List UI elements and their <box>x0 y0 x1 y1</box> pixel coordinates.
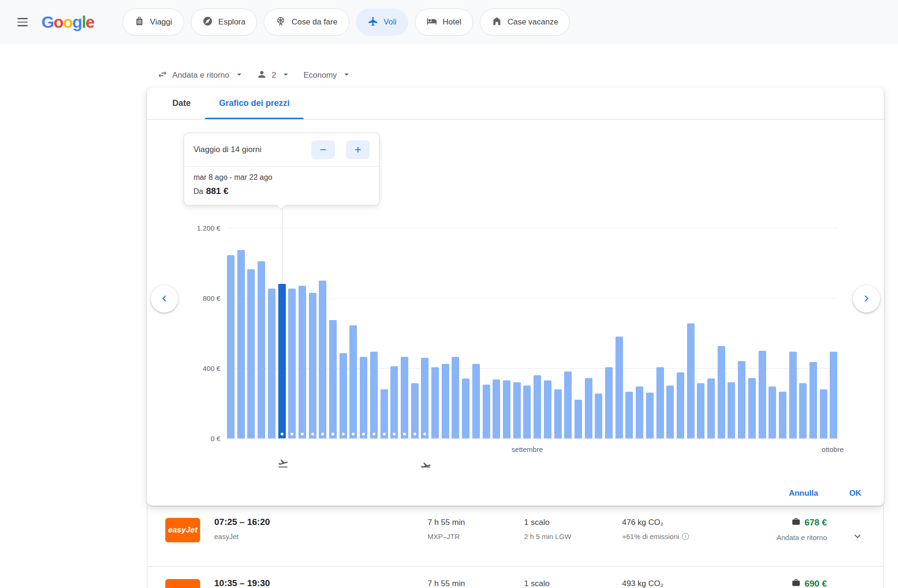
nav-pill-label: Viaggi <box>150 17 172 27</box>
travel-nav: Viaggi Esplora Cose da fare Voli Hotel C… <box>122 8 570 36</box>
price-bar[interactable] <box>349 325 357 438</box>
google-logo[interactable]: Google <box>41 13 94 32</box>
price-bar[interactable] <box>789 352 797 438</box>
chevron-down-icon <box>341 69 352 82</box>
price-bar[interactable] <box>523 386 531 438</box>
price-bar[interactable] <box>452 357 459 438</box>
price-bar[interactable] <box>360 357 367 438</box>
hamburger-menu-icon[interactable] <box>11 11 34 33</box>
nav-pill-hotel[interactable]: Hotel <box>415 8 473 36</box>
price-bar[interactable] <box>534 375 541 438</box>
price-bar[interactable] <box>625 392 633 438</box>
baggage-icon <box>792 578 801 588</box>
price-bar[interactable] <box>462 379 469 438</box>
price-bar[interactable] <box>769 387 776 438</box>
price-bar[interactable] <box>799 383 807 438</box>
nav-pill-label: Voli <box>384 17 396 27</box>
price-bar[interactable] <box>748 378 756 439</box>
price-bar[interactable] <box>605 367 613 438</box>
price-bar[interactable] <box>656 367 664 438</box>
price-bar[interactable] <box>370 352 378 438</box>
price-bar[interactable] <box>544 380 551 438</box>
price-bar[interactable] <box>809 362 817 438</box>
next-dates-button[interactable] <box>853 285 880 313</box>
price-prefix: Da <box>194 187 203 195</box>
price-bar[interactable] <box>666 386 674 438</box>
price-bar[interactable] <box>646 393 654 438</box>
price-bar[interactable] <box>820 389 827 438</box>
price-bar[interactable] <box>227 255 235 438</box>
previous-dates-button[interactable] <box>151 285 178 313</box>
decrease-days-button[interactable]: − <box>311 140 335 159</box>
selected-range-dot <box>311 433 314 435</box>
increase-days-button[interactable]: + <box>346 140 370 159</box>
price-bar[interactable] <box>329 320 337 438</box>
price-bar[interactable] <box>401 357 408 438</box>
price-bar[interactable] <box>595 394 602 438</box>
y-axis-tick: 1.200 € <box>171 224 220 232</box>
price-bar[interactable] <box>585 378 592 439</box>
price-bar[interactable] <box>493 379 500 438</box>
price-bar[interactable] <box>380 389 388 438</box>
swap-horizontal-icon <box>157 69 168 82</box>
price-bar[interactable] <box>697 383 704 438</box>
nav-pill-esplora[interactable]: Esplora <box>191 8 258 36</box>
price-bar[interactable] <box>779 392 786 438</box>
ok-button[interactable]: OK <box>849 489 862 498</box>
price-bar[interactable] <box>442 364 449 438</box>
price-bar[interactable] <box>554 389 562 438</box>
expand-flight-button[interactable] <box>851 530 864 544</box>
price-bar[interactable] <box>564 371 572 438</box>
price-bar[interactable] <box>288 289 296 438</box>
price-bar[interactable] <box>319 281 326 438</box>
price-bar[interactable] <box>707 379 715 438</box>
price-bar[interactable] <box>728 382 735 438</box>
price-bar[interactable] <box>268 289 275 438</box>
price-bar[interactable] <box>718 346 725 438</box>
cabin-class-select[interactable]: Economy <box>299 69 356 82</box>
trip-type-select[interactable]: Andata e ritorno <box>153 69 249 82</box>
nav-pill-voli[interactable]: Voli <box>356 8 408 36</box>
price-bar[interactable] <box>472 364 480 438</box>
flight-result-row[interactable]: easyJet 07:25 – 16:20 easyJet 7 h 55 min… <box>147 506 883 567</box>
flight-duration: 7 h 55 min <box>428 518 465 527</box>
nav-pill-viaggi[interactable]: Viaggi <box>122 8 184 36</box>
chevron-down-icon <box>851 537 864 544</box>
duration-column: 7 h 55 min <box>428 579 465 588</box>
cancel-button[interactable]: Annulla <box>789 489 818 498</box>
price-bar[interactable] <box>574 400 582 438</box>
price-bar[interactable] <box>278 284 286 438</box>
price-bar[interactable] <box>738 361 745 438</box>
selected-range-dot <box>352 433 355 435</box>
price-bar[interactable] <box>237 250 245 438</box>
price-bar[interactable] <box>340 353 347 438</box>
price-bar[interactable] <box>390 366 398 438</box>
price-bar[interactable] <box>483 385 490 438</box>
passengers-select[interactable]: 2 <box>252 69 296 82</box>
month-track: settembreottobre <box>227 445 838 456</box>
top-app-bar: Google Viaggi Esplora Cose da fare Voli … <box>0 0 898 44</box>
flight-result-row[interactable]: easyJet 10:35 – 19:30 7 h 55 min 1 scalo… <box>147 567 883 588</box>
price-bar[interactable] <box>309 293 316 438</box>
price-bar[interactable] <box>615 337 623 438</box>
price-bar[interactable] <box>421 358 429 438</box>
nav-pill-cose-da-fare[interactable]: Cose da fare <box>264 8 349 36</box>
tab-date[interactable]: Date <box>158 88 205 119</box>
price-bar[interactable] <box>687 323 695 438</box>
price-bar[interactable] <box>299 286 306 438</box>
price-bar[interactable] <box>411 383 419 438</box>
price-bar[interactable] <box>759 351 766 438</box>
price-bar[interactable] <box>830 352 837 438</box>
price-bar[interactable] <box>677 372 684 438</box>
tab-grafico-dei-prezzi[interactable]: Grafico dei prezzi <box>205 88 304 119</box>
nav-pill-case-vacanze[interactable]: Case vacanze <box>480 8 570 36</box>
price-bar[interactable] <box>258 261 265 438</box>
price-bar[interactable] <box>503 380 510 438</box>
selected-range-dot <box>372 433 375 435</box>
selected-range-dot <box>291 433 293 435</box>
price-bar[interactable] <box>636 387 643 438</box>
price-bar[interactable] <box>431 367 439 438</box>
price-bar[interactable] <box>513 382 521 438</box>
price-bar[interactable] <box>247 269 255 438</box>
info-icon[interactable]: i <box>682 533 689 540</box>
